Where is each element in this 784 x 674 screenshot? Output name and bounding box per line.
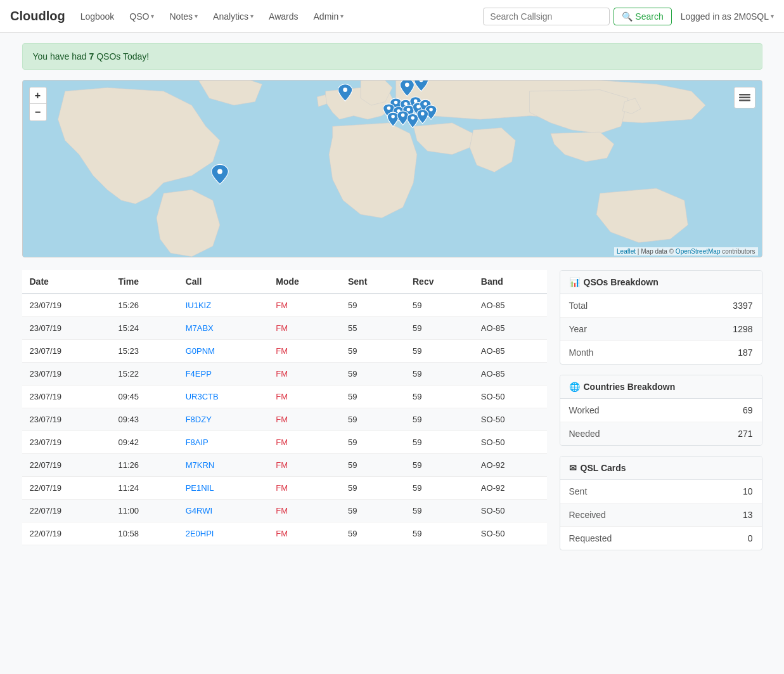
cell-band: SO-50	[473, 500, 547, 522]
cell-recv: 59	[405, 317, 473, 340]
callsign-link[interactable]: F8AIP	[186, 437, 209, 447]
col-mode: Mode	[268, 270, 340, 294]
cell-call: F4EPP	[178, 363, 269, 386]
cell-time: 15:23	[111, 340, 178, 363]
chart-icon	[569, 277, 580, 287]
cell-mode: FM	[268, 340, 340, 363]
bottom-section: Date Time Call Mode Sent Recv Band 23/07…	[22, 270, 762, 561]
qsos-breakdown-card: QSOs Breakdown Total 3397 Year 1298 Mont…	[560, 270, 762, 365]
cell-time: 11:00	[111, 500, 178, 522]
cell-mode: FM	[268, 431, 340, 454]
col-date: Date	[22, 270, 111, 294]
callsign-link[interactable]: PE1NIL	[186, 483, 214, 493]
user-dropdown-arrow: ▾	[771, 13, 774, 20]
cell-call: 2E0HPI	[178, 522, 269, 545]
cell-recv: 59	[405, 386, 473, 408]
cell-mode: FM	[268, 500, 340, 522]
mode-value: FM	[276, 392, 288, 401]
nav-logbook[interactable]: Logbook	[75, 8, 120, 25]
world-map	[23, 81, 762, 257]
svg-point-9	[406, 108, 410, 112]
nav-notes[interactable]: Notes ▾	[164, 8, 203, 25]
table-row: 23/07/19 15:24 M7ABX FM 55 59 AO-85	[22, 317, 547, 340]
nav-qso[interactable]: QSO ▾	[124, 8, 159, 25]
sidebar-row-value: 3397	[733, 301, 752, 311]
sidebar-row-label: Worked	[569, 405, 600, 415]
callsign-link[interactable]: 2E0HPI	[186, 529, 214, 538]
sidebar-row-label: Year	[569, 324, 587, 334]
alert-banner: You have had 7 QSOs Today!	[22, 43, 762, 70]
osm-link[interactable]: OpenStreetMap	[676, 248, 721, 255]
callsign-link[interactable]: F4EPP	[186, 369, 212, 379]
cell-sent: 59	[340, 294, 405, 317]
leaflet-link[interactable]: Leaflet	[617, 248, 636, 255]
search-button[interactable]: 🔍 Search	[614, 8, 671, 25]
cell-band: SO-50	[473, 408, 547, 431]
cell-recv: 59	[405, 408, 473, 431]
map-layers-button[interactable]	[734, 87, 755, 108]
callsign-link[interactable]: G0PNM	[186, 346, 215, 356]
sidebar-row-value: 10	[743, 486, 753, 496]
cell-sent: 59	[340, 477, 405, 500]
cell-recv: 59	[405, 522, 473, 545]
table-row: 23/07/19 15:23 G0PNM FM 59 59 AO-85	[22, 340, 547, 363]
table-header: Date Time Call Mode Sent Recv Band	[22, 270, 547, 294]
cell-date: 23/07/19	[22, 317, 111, 340]
envelope-icon	[569, 463, 577, 473]
cell-band: AO-92	[473, 454, 547, 477]
callsign-link[interactable]: M7KRN	[186, 460, 215, 470]
cell-time: 09:45	[111, 386, 178, 408]
cell-band: AO-85	[473, 340, 547, 363]
sidebar-row-label: Received	[569, 510, 606, 520]
countries-breakdown-body: Worked 69 Needed 271	[560, 399, 762, 445]
zoom-out-button[interactable]: −	[30, 104, 46, 120]
cell-date: 23/07/19	[22, 340, 111, 363]
nav-analytics[interactable]: Analytics ▾	[208, 8, 259, 25]
svg-point-16	[420, 112, 424, 116]
cell-mode: FM	[268, 317, 340, 340]
mode-value: FM	[276, 323, 288, 333]
callsign-link[interactable]: IU1KIZ	[186, 301, 211, 310]
cell-sent: 55	[340, 317, 405, 340]
cell-recv: 59	[405, 340, 473, 363]
cell-date: 23/07/19	[22, 431, 111, 454]
brand-link[interactable]: Cloudlog	[10, 9, 65, 23]
map-attribution: Leaflet | Map data © OpenStreetMap contr…	[614, 247, 757, 256]
cell-call: UR3CTB	[178, 386, 269, 408]
svg-point-2	[404, 83, 409, 87]
cell-sent: 59	[340, 363, 405, 386]
nav-admin[interactable]: Admin ▾	[309, 8, 349, 25]
cell-date: 23/07/19	[22, 408, 111, 431]
qsos-breakdown-body: Total 3397 Year 1298 Month 187	[560, 294, 762, 364]
sidebar-row: Total 3397	[560, 294, 762, 318]
search-input[interactable]	[483, 8, 610, 25]
cell-sent: 59	[340, 340, 405, 363]
cell-sent: 59	[340, 454, 405, 477]
callsign-link[interactable]: UR3CTB	[186, 392, 219, 401]
cell-date: 23/07/19	[22, 363, 111, 386]
map-container: + − Leaflet | Map data © OpenStreetMap c…	[22, 80, 762, 257]
cell-sent: 59	[340, 500, 405, 522]
map-zoom-controls: + −	[29, 87, 47, 121]
sidebar-row: Sent 10	[560, 480, 762, 503]
callsign-link[interactable]: F8DZY	[186, 415, 212, 424]
cell-band: SO-50	[473, 431, 547, 454]
cell-recv: 59	[405, 500, 473, 522]
cell-recv: 59	[405, 454, 473, 477]
cell-mode: FM	[268, 522, 340, 545]
cell-recv: 59	[405, 477, 473, 500]
admin-dropdown-arrow: ▾	[340, 13, 344, 20]
nav-awards[interactable]: Awards	[264, 8, 303, 25]
svg-point-12	[429, 108, 433, 112]
zoom-in-button[interactable]: +	[30, 87, 46, 104]
col-band: Band	[473, 270, 547, 294]
cell-mode: FM	[268, 454, 340, 477]
callsign-link[interactable]: M7ABX	[186, 323, 214, 333]
cell-call: G0PNM	[178, 340, 269, 363]
cell-sent: 59	[340, 386, 405, 408]
callsign-link[interactable]: G4RWI	[186, 506, 212, 515]
cell-band: SO-50	[473, 386, 547, 408]
logged-in-menu[interactable]: Logged in as 2M0SQL ▾	[681, 11, 774, 22]
mode-value: FM	[276, 529, 288, 538]
qsl-cards-header: QSL Cards	[560, 457, 762, 480]
